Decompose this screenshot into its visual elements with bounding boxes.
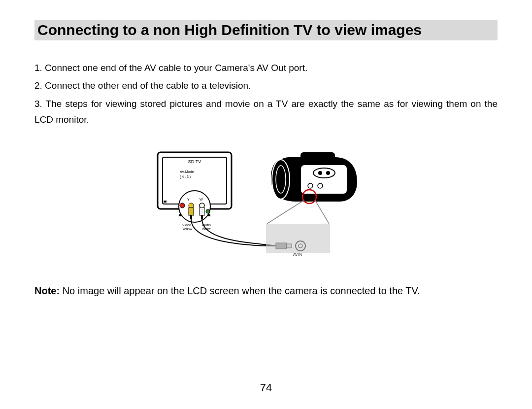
note-text: Note: No image will appear on the LCD sc… xyxy=(34,285,498,297)
svg-point-20 xyxy=(313,168,335,178)
tv-label: SD TV xyxy=(188,159,201,164)
svg-point-24 xyxy=(318,183,323,188)
svg-line-31 xyxy=(315,201,329,224)
page-number: 74 xyxy=(0,381,532,394)
svg-rect-18 xyxy=(300,152,335,159)
page-title: Connecting to a non High Definition TV t… xyxy=(34,20,498,40)
connection-diagram: SD TV AV-Mode ( 4 : 3 ) Y W Video xyxy=(34,147,498,261)
note-body: No image will appear on the LCD screen w… xyxy=(60,285,420,296)
y-label: Y xyxy=(187,198,190,201)
svg-point-22 xyxy=(326,171,330,175)
svg-point-4 xyxy=(180,203,185,208)
svg-rect-28 xyxy=(317,195,321,199)
video-color-label: Yellow xyxy=(182,227,193,231)
svg-rect-9 xyxy=(190,215,192,219)
avin-label: AV-IN xyxy=(293,253,302,256)
svg-rect-10 xyxy=(200,207,204,215)
instruction-steps: 1. Connect one end of the AV cable to yo… xyxy=(34,60,498,128)
video-label: Video xyxy=(182,223,191,227)
camera-icon xyxy=(266,152,357,253)
w-label: W xyxy=(200,198,203,201)
svg-point-17 xyxy=(276,166,286,193)
svg-rect-26 xyxy=(305,195,309,199)
svg-line-30 xyxy=(267,201,303,224)
avmode-label: AV-Mode xyxy=(180,170,194,173)
svg-point-23 xyxy=(308,183,313,188)
step-2: 2. Connect the other end of the cable to… xyxy=(34,78,498,94)
svg-rect-27 xyxy=(311,195,315,199)
svg-point-21 xyxy=(318,171,322,175)
step-3: 3. The steps for viewing stored pictures… xyxy=(34,96,498,128)
step-1: 1. Connect one end of the AV cable to yo… xyxy=(34,60,498,76)
aspect-label: ( 4 : 3 ) xyxy=(180,175,191,179)
note-label: Note: xyxy=(34,285,60,296)
svg-rect-2 xyxy=(164,201,166,203)
svg-rect-8 xyxy=(189,207,194,215)
svg-rect-11 xyxy=(201,215,203,219)
svg-point-7 xyxy=(206,209,210,213)
svg-rect-29 xyxy=(266,224,330,253)
